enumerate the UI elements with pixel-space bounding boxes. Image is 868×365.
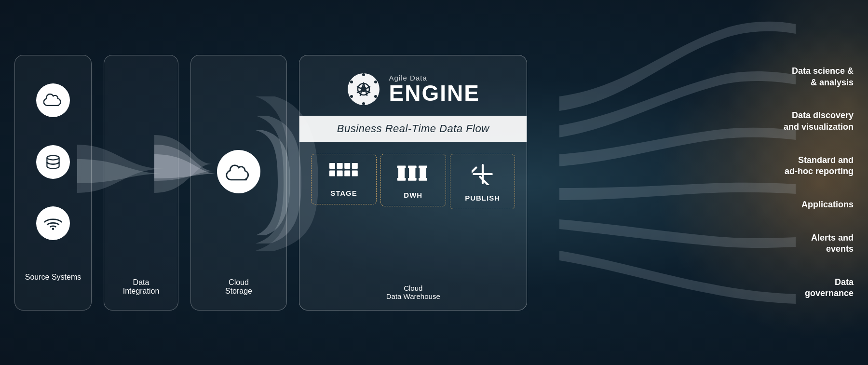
right-label-3: Standard andad-hoc reporting	[784, 155, 854, 177]
publish-item: PUBLISH	[450, 154, 515, 209]
cloud-storage-label: CloudStorage	[225, 278, 252, 296]
svg-rect-20	[337, 170, 343, 176]
stage-label: STAGE	[330, 189, 357, 197]
dwh-icon	[396, 163, 431, 186]
wifi-icon-circle	[36, 206, 70, 240]
svg-point-11	[374, 95, 377, 98]
wifi-icon	[44, 216, 62, 230]
svg-rect-25	[397, 178, 406, 181]
svg-rect-16	[337, 163, 343, 169]
source-systems-label: Source Systems	[25, 273, 81, 282]
svg-rect-17	[344, 163, 350, 169]
svg-rect-18	[352, 163, 358, 169]
data-integration-label: DataIntegration	[123, 278, 160, 296]
data-flow-banner: Business Real-Time Data Flow	[299, 116, 527, 142]
cloud-storage-icon	[225, 162, 253, 182]
svg-point-0	[47, 155, 59, 160]
cloud-dwh-label: CloudData Warehouse	[386, 284, 440, 310]
right-label-6: Datagovernance	[784, 277, 854, 299]
svg-rect-30	[419, 165, 427, 168]
engine-header: Agile Data ENGINE	[332, 55, 494, 116]
right-labels-panel: Data science && analysis Data discoverya…	[755, 55, 854, 311]
svg-rect-19	[329, 170, 335, 176]
svg-rect-24	[397, 165, 406, 168]
svg-rect-22	[352, 170, 358, 176]
right-label-2: Data discoveryand visualization	[784, 110, 854, 133]
svg-rect-28	[408, 178, 417, 181]
stage-dwh-publish-row: STAGE	[299, 142, 527, 284]
svg-rect-35	[478, 175, 490, 185]
dwh-item: DWH	[380, 154, 446, 206]
source-systems-panel: Source Systems	[14, 55, 92, 311]
engine-title: ENGINE	[389, 82, 480, 104]
publish-label: PUBLISH	[465, 194, 500, 202]
right-label-1: Data science && analysis	[784, 66, 854, 88]
svg-point-13	[350, 95, 353, 98]
main-layout: Source Systems DataIntegration CloudStor…	[0, 0, 868, 365]
cloud-icon	[43, 93, 63, 108]
svg-point-8	[361, 86, 366, 92]
svg-rect-27	[408, 165, 417, 168]
svg-point-12	[362, 102, 365, 105]
svg-point-10	[374, 81, 377, 83]
right-label-4: Applications	[784, 199, 854, 210]
database-icon	[44, 153, 62, 171]
stage-item: STAGE	[311, 154, 377, 204]
svg-rect-26	[409, 167, 415, 178]
svg-rect-23	[398, 167, 405, 178]
right-label-5: Alerts andevents	[784, 232, 854, 255]
cloud-icon-circle	[36, 83, 70, 117]
svg-point-14	[350, 81, 353, 83]
engine-logo-icon	[347, 72, 380, 106]
svg-rect-33	[473, 173, 493, 175]
data-integration-panel: DataIntegration	[104, 55, 178, 311]
stage-icon	[329, 163, 358, 184]
svg-rect-31	[419, 178, 427, 181]
svg-rect-29	[420, 167, 426, 178]
svg-rect-15	[329, 163, 335, 169]
cloud-storage-icon-circle	[217, 150, 260, 193]
svg-point-9	[362, 73, 365, 76]
engine-title-block: Agile Data ENGINE	[389, 74, 480, 104]
engine-panel: Agile Data ENGINE Business Real-Time Dat…	[299, 55, 527, 311]
data-flow-text: Business Real-Time Data Flow	[337, 122, 489, 135]
publish-icon	[472, 163, 494, 189]
svg-rect-21	[344, 170, 350, 176]
cloud-storage-panel: CloudStorage	[190, 55, 287, 311]
database-icon-circle	[36, 145, 70, 179]
svg-point-1	[52, 228, 54, 230]
dwh-label: DWH	[404, 191, 422, 199]
svg-rect-34	[472, 166, 477, 178]
